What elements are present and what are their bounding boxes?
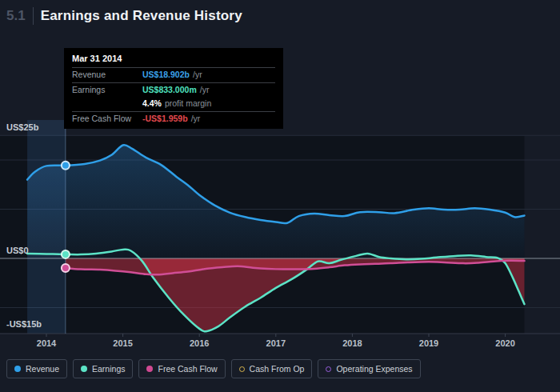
tooltip-row-fcf: Free Cash Flow -US$1.959b /yr (72, 112, 275, 126)
page-title: Earnings and Revenue History (41, 8, 242, 24)
operating-expenses-ring-icon (326, 366, 331, 372)
tooltip-unit: /yr (191, 114, 201, 124)
tooltip-value: US$833.000m (142, 85, 197, 95)
cash-from-op-ring-icon (239, 366, 245, 372)
selected-marker-earnings[interactable] (62, 250, 70, 258)
earnings-dot-icon (81, 366, 87, 372)
chart-tooltip: Mar 31 2014 Revenue US$18.902b /yr Earni… (64, 48, 283, 129)
tooltip-date: Mar 31 2014 (72, 53, 275, 68)
section-number: 5.1 (6, 8, 26, 24)
x-axis-label-2016: 2016 (190, 338, 209, 348)
y-axis-label-0: US$0 (6, 246, 29, 255)
selected-marker-revenue[interactable] (62, 162, 70, 170)
x-axis-label-2015: 2015 (113, 338, 132, 348)
tooltip-label: Free Cash Flow (72, 114, 142, 124)
legend-label: Operating Expenses (336, 364, 412, 374)
selected-range-band (27, 120, 66, 334)
legend-item-operating-expenses[interactable]: Operating Expenses (318, 359, 420, 378)
chart-legend: Revenue Earnings Free Cash Flow Cash Fro… (6, 359, 421, 378)
tooltip-label: Revenue (72, 70, 142, 80)
legend-label: Cash From Op (250, 364, 305, 374)
tooltip-unit: /yr (200, 85, 210, 95)
header-divider (33, 7, 34, 25)
legend-item-free-cash-flow[interactable]: Free Cash Flow (138, 359, 225, 378)
tooltip-value: US$18.902b (142, 70, 190, 80)
x-axis-label-2020: 2020 (495, 338, 514, 348)
y-axis-label--15: -US$15b (6, 319, 42, 329)
legend-item-earnings[interactable]: Earnings (73, 359, 133, 378)
x-axis-label-2017: 2017 (266, 338, 286, 348)
tooltip-row-revenue: Revenue US$18.902b /yr (72, 68, 275, 83)
free-cash-flow-dot-icon (146, 366, 153, 372)
legend-label: Revenue (26, 364, 59, 374)
legend-item-revenue[interactable]: Revenue (6, 359, 67, 378)
x-axis-label-2019: 2019 (419, 338, 438, 348)
tooltip-row-earnings: Earnings US$833.000m /yr (72, 83, 275, 97)
tooltip-unit: /yr (193, 70, 202, 80)
legend-label: Earnings (92, 364, 125, 374)
y-axis-label-25: US$25b (6, 122, 38, 132)
legend-item-cash-from-op[interactable]: Cash From Op (231, 359, 313, 378)
x-axis-label-2018: 2018 (342, 338, 362, 348)
section-header: 5.1 Earnings and Revenue History (6, 7, 242, 25)
earnings-revenue-panel: { "header": { "section_number": "5.1", "… (0, 0, 560, 392)
x-axis-label-2014: 2014 (37, 338, 56, 348)
tooltip-label: Earnings (72, 85, 142, 95)
selected-marker-free-cash-flow[interactable] (62, 264, 70, 272)
tooltip-value: 4.4% (142, 98, 162, 109)
tooltip-row-margin: 4.4% profit margin (72, 97, 275, 112)
tooltip-value: -US$1.959b (142, 114, 188, 124)
legend-label: Free Cash Flow (158, 364, 217, 374)
revenue-dot-icon (14, 366, 21, 372)
tooltip-unit: profit margin (165, 98, 211, 109)
